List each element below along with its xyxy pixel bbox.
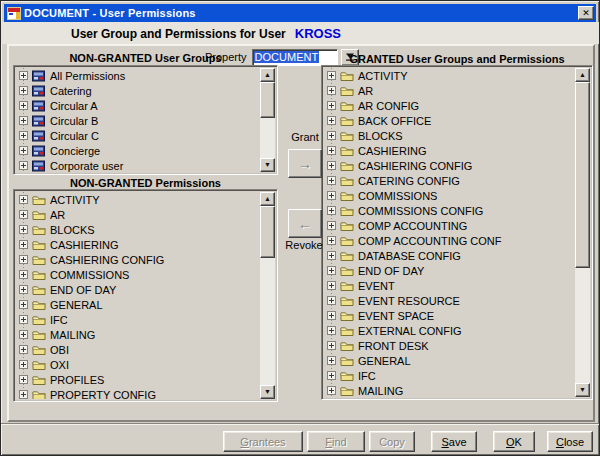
tree-item[interactable]: CASHIERING: [16, 237, 259, 252]
find-button[interactable]: Find: [307, 431, 365, 452]
scroll-thumb[interactable]: [260, 206, 275, 258]
tree-item[interactable]: ACTIVITY: [16, 192, 259, 207]
close-icon[interactable]: ✕: [578, 6, 594, 20]
tree-item[interactable]: IFC: [16, 312, 259, 327]
tree-item[interactable]: CATERING CONFIG: [324, 173, 574, 188]
scroll-track[interactable]: [260, 82, 275, 158]
tree-item[interactable]: CASHIERING: [324, 143, 574, 158]
title-bar[interactable]: DOCUMENT - User Permissions ✕: [4, 4, 596, 22]
scroll-up-icon[interactable]: ▲: [260, 68, 275, 82]
expand-plus-icon[interactable]: [19, 300, 28, 309]
tree-item[interactable]: END OF DAY: [16, 282, 259, 297]
expand-plus-icon[interactable]: [327, 296, 336, 305]
scroll-track[interactable]: [575, 82, 590, 383]
expand-plus-icon[interactable]: [19, 240, 28, 249]
tree-item[interactable]: DATABASE CONFIG: [324, 248, 574, 263]
tree-item[interactable]: COMMISSIONS: [324, 188, 574, 203]
copy-button[interactable]: Copy: [369, 431, 415, 452]
tree-item[interactable]: Catering: [16, 83, 259, 98]
tree-item[interactable]: Circular B: [16, 113, 259, 128]
expand-plus-icon[interactable]: [327, 251, 336, 260]
tree-item[interactable]: EVENT: [324, 278, 574, 293]
scroll-down-icon[interactable]: ▼: [260, 385, 275, 399]
expand-plus-icon[interactable]: [327, 311, 336, 320]
expand-plus-icon[interactable]: [327, 116, 336, 125]
close-button[interactable]: Close: [547, 431, 593, 452]
expand-plus-icon[interactable]: [327, 356, 336, 365]
tree-item[interactable]: Concierge: [16, 143, 259, 158]
scroll-up-icon[interactable]: ▲: [575, 68, 590, 82]
tree-item[interactable]: BACK OFFICE: [324, 113, 574, 128]
expand-plus-icon[interactable]: [19, 375, 28, 384]
expand-plus-icon[interactable]: [19, 345, 28, 354]
tree-item[interactable]: COMMISSIONS CONFIG: [324, 203, 574, 218]
expand-plus-icon[interactable]: [327, 206, 336, 215]
scroll-thumb[interactable]: [575, 82, 590, 268]
non-granted-permissions-tree[interactable]: ACTIVITYARBLOCKSCASHIERINGCASHIERING CON…: [16, 192, 259, 399]
tree-item[interactable]: MAILING: [324, 383, 574, 397]
expand-plus-icon[interactable]: [19, 360, 28, 369]
tree-item[interactable]: ACTIVITY: [324, 68, 574, 83]
expand-plus-icon[interactable]: [327, 71, 336, 80]
grantees-button[interactable]: Grantees: [223, 431, 303, 452]
tree-item[interactable]: END OF DAY: [324, 263, 574, 278]
tree-item[interactable]: CASHIERING CONFIG: [16, 252, 259, 267]
expand-plus-icon[interactable]: [19, 255, 28, 264]
tree-item[interactable]: BLOCKS: [16, 222, 259, 237]
tree-item[interactable]: COMMISSIONS: [16, 267, 259, 282]
expand-plus-icon[interactable]: [327, 161, 336, 170]
non-granted-groups-tree[interactable]: All PermissionsCateringCircular ACircula…: [16, 68, 259, 172]
tree-item[interactable]: COMP ACCOUNTING CONF: [324, 233, 574, 248]
expand-plus-icon[interactable]: [327, 281, 336, 290]
tree-item[interactable]: CASHIERING CONFIG: [324, 158, 574, 173]
expand-plus-icon[interactable]: [327, 101, 336, 110]
tree-item[interactable]: MAILING: [16, 327, 259, 342]
tree-item[interactable]: EVENT RESOURCE: [324, 293, 574, 308]
expand-plus-icon[interactable]: [19, 131, 28, 140]
tree-item[interactable]: EXTERNAL CONFIG: [324, 323, 574, 338]
ok-button[interactable]: OK: [493, 431, 535, 452]
tree-item[interactable]: OBI: [16, 342, 259, 357]
expand-plus-icon[interactable]: [19, 315, 28, 324]
tree-item[interactable]: Corporate user: [16, 158, 259, 172]
expand-plus-icon[interactable]: [19, 195, 28, 204]
expand-plus-icon[interactable]: [19, 146, 28, 155]
expand-plus-icon[interactable]: [19, 161, 28, 170]
tree-item[interactable]: All Permissions: [16, 68, 259, 83]
tree-item[interactable]: GENERAL: [324, 353, 574, 368]
scroll-thumb[interactable]: [260, 82, 275, 118]
expand-plus-icon[interactable]: [327, 326, 336, 335]
scroll-down-icon[interactable]: ▼: [575, 383, 590, 397]
tree-item[interactable]: PROFILES: [16, 372, 259, 387]
revoke-button[interactable]: ←: [288, 209, 322, 238]
expand-plus-icon[interactable]: [327, 371, 336, 380]
tree-item[interactable]: Circular A: [16, 98, 259, 113]
scroll-up-icon[interactable]: ▲: [260, 192, 275, 206]
grant-button[interactable]: →: [288, 149, 322, 178]
expand-plus-icon[interactable]: [19, 101, 28, 110]
tree-item[interactable]: OXI: [16, 357, 259, 372]
expand-plus-icon[interactable]: [19, 71, 28, 80]
expand-plus-icon[interactable]: [327, 341, 336, 350]
expand-plus-icon[interactable]: [327, 86, 336, 95]
expand-plus-icon[interactable]: [19, 270, 28, 279]
expand-plus-icon[interactable]: [327, 191, 336, 200]
tree-item[interactable]: FRONT DESK: [324, 338, 574, 353]
expand-plus-icon[interactable]: [327, 236, 336, 245]
tree-item[interactable]: AR: [324, 83, 574, 98]
tree-item[interactable]: PROPERTY CONFIG: [16, 387, 259, 399]
scroll-down-icon[interactable]: ▼: [260, 158, 275, 172]
tree-item[interactable]: Circular C: [16, 128, 259, 143]
expand-plus-icon[interactable]: [19, 210, 28, 219]
tree-item[interactable]: BLOCKS: [324, 128, 574, 143]
expand-plus-icon[interactable]: [19, 285, 28, 294]
permissions-scrollbar[interactable]: ▲ ▼: [260, 192, 275, 399]
granted-scrollbar[interactable]: ▲ ▼: [575, 68, 590, 397]
save-button[interactable]: Save: [431, 431, 477, 452]
tree-item[interactable]: EVENT SPACE: [324, 308, 574, 323]
expand-plus-icon[interactable]: [327, 386, 336, 395]
tree-item[interactable]: COMP ACCOUNTING: [324, 218, 574, 233]
scroll-track[interactable]: [260, 206, 275, 385]
expand-plus-icon[interactable]: [19, 86, 28, 95]
expand-plus-icon[interactable]: [19, 116, 28, 125]
